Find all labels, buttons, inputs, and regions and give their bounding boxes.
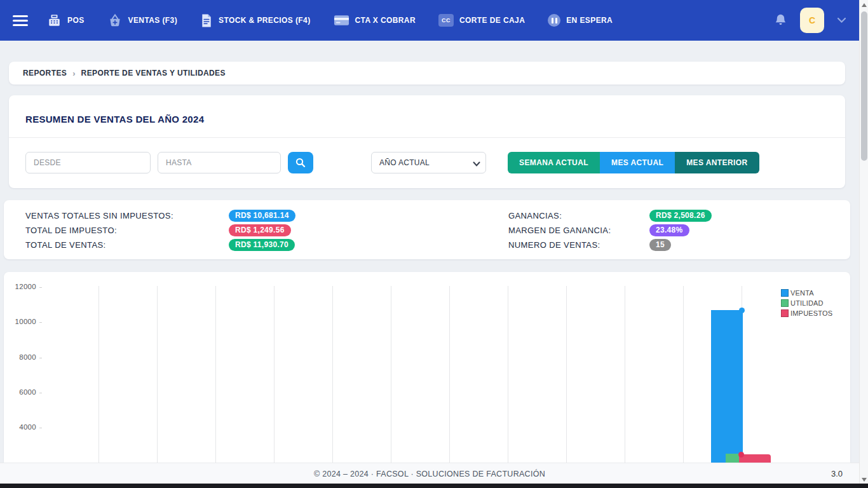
app-version: 3.0: [831, 469, 843, 478]
totals-right-column: GANANCIAS: RD$ 2,508.26 MARGEN DE GANANC…: [508, 208, 712, 252]
totals-left-column: VENTAS TOTALES SIN IMPUESTOS: RD$ 10,681…: [25, 208, 295, 252]
cc-badge-icon: CC: [438, 14, 454, 27]
gridline: [98, 286, 99, 463]
document-icon: [200, 13, 213, 28]
sales-chart: 1200010000800060004000 VENTA UTILIDAD IM…: [4, 272, 850, 463]
nav-item-label: VENTAS (F3): [128, 16, 178, 25]
scrollbar-thumb[interactable]: [861, 11, 867, 161]
stat-label: TOTAL DE IMPUESTO:: [25, 223, 229, 238]
window-bottom-edge: [0, 484, 868, 488]
nav-item-cta-x-cobrar[interactable]: CTA X COBRAR: [334, 14, 416, 27]
panel-title: RESUMEN DE VENTAS DEL AÑO 2024: [25, 114, 204, 125]
semana-actual-button[interactable]: SEMANA ACTUAL: [508, 152, 600, 173]
impuestos-swatch: [781, 309, 789, 317]
copyright-text: © 2024 – 2024 · FACSOL · SOLUCIONES DE F…: [0, 470, 859, 478]
search-icon: [295, 158, 306, 168]
period-select-wrap: AÑO ACTUAL: [371, 152, 486, 173]
stat-label: TOTAL DE VENTAS:: [25, 238, 229, 252]
utilidad-swatch: [781, 299, 789, 307]
breadcrumb: REPORTES › REPORTE DE VENTAS Y UTILIDADE…: [9, 62, 845, 85]
total-ventas-badge: RD$ 11,930.70: [229, 239, 295, 251]
gridline: [449, 286, 450, 463]
search-button[interactable]: [288, 152, 313, 173]
gridline: [274, 286, 275, 463]
margen-ganancia-badge: 23.48%: [649, 224, 689, 236]
date-from-input[interactable]: [25, 152, 151, 173]
y-axis-label: 8000: [8, 353, 36, 361]
notifications-bell-icon[interactable]: [774, 13, 787, 27]
period-select[interactable]: AÑO ACTUAL: [371, 152, 486, 173]
nav-item-label: STOCK & PRECIOS (F4): [219, 16, 310, 25]
stat-label: NUMERO DE VENTAS:: [508, 238, 649, 252]
basket-plus-icon: [107, 13, 123, 28]
pause-icon: [548, 14, 560, 27]
nav-item-pos[interactable]: POS: [47, 13, 85, 27]
y-axis-tick: [39, 393, 42, 393]
venta-bar[interactable]: [711, 310, 743, 463]
ganancias-badge: RD$ 2,508.26: [649, 210, 712, 222]
y-axis-tick: [39, 322, 42, 323]
mes-actual-button[interactable]: MES ACTUAL: [600, 152, 675, 173]
gridline: [157, 286, 158, 463]
nav-item-stock[interactable]: STOCK & PRECIOS (F4): [200, 13, 310, 28]
breadcrumb-current: REPORTE DE VENTAS Y UTILIDADES: [81, 69, 226, 78]
gridline: [332, 286, 333, 463]
y-axis-label: 6000: [8, 388, 36, 396]
stat-label: GANANCIAS:: [508, 208, 649, 223]
scroll-up-arrow-icon[interactable]: [862, 3, 867, 7]
sales-summary-panel: RESUMEN DE VENTAS DEL AÑO 2024 AÑO ACTUA…: [9, 95, 845, 188]
numero-ventas-badge: 15: [649, 239, 671, 251]
gridline: [566, 286, 567, 463]
nav-item-en-espera[interactable]: EN ESPERA: [548, 14, 613, 27]
utilidad-bar[interactable]: [726, 454, 739, 463]
venta-point-marker: [739, 308, 745, 313]
breadcrumb-reportes-link[interactable]: REPORTES: [23, 69, 67, 78]
legend-label: IMPUESTOS: [790, 309, 832, 317]
quick-period-button-group: SEMANA ACTUAL MES ACTUAL MES ANTERIOR: [508, 152, 759, 173]
legend-item-impuestos[interactable]: IMPUESTOS: [781, 309, 832, 317]
menu-toggle-icon[interactable]: [13, 15, 28, 26]
credit-card-icon: [334, 14, 349, 27]
mes-anterior-button[interactable]: MES ANTERIOR: [675, 152, 759, 173]
legend-item-venta[interactable]: VENTA: [781, 288, 832, 297]
date-to-input[interactable]: [158, 152, 281, 173]
y-axis-label: 10000: [8, 318, 36, 325]
divider: [9, 137, 845, 138]
vertical-scrollbar[interactable]: [859, 0, 868, 488]
chevron-down-icon[interactable]: [837, 17, 846, 24]
gridline: [683, 286, 684, 463]
nav-item-label: CORTE DE CAJA: [459, 16, 525, 25]
scroll-down-arrow-icon[interactable]: [862, 478, 867, 482]
avatar-letter: C: [809, 15, 815, 25]
legend-label: VENTA: [790, 289, 814, 297]
ventas-sin-impuestos-badge: RD$ 10,681.14: [229, 210, 295, 222]
total-impuesto-badge: RD$ 1,249.56: [229, 224, 291, 236]
nav-item-label: CTA X COBRAR: [355, 16, 416, 25]
y-axis-label: 12000: [8, 283, 36, 290]
y-axis-tick: [39, 428, 42, 428]
breadcrumb-separator: ›: [72, 69, 75, 78]
legend-label: UTILIDAD: [790, 299, 824, 307]
cash-register-icon: [47, 13, 62, 27]
nav-item-label: POS: [67, 16, 85, 25]
nav-item-ventas[interactable]: VENTAS (F3): [107, 13, 178, 28]
gridline: [215, 286, 216, 463]
gridline: [625, 286, 625, 463]
nav-item-corte-de-caja[interactable]: CC CORTE DE CAJA: [438, 14, 525, 27]
y-axis-tick: [39, 287, 42, 288]
y-axis-label: 4000: [8, 423, 36, 431]
top-nav: POS VENTAS (F3) STOCK & PRECIOS (F4) CTA…: [0, 0, 859, 41]
gridline: [391, 286, 391, 463]
nav-item-label: EN ESPERA: [566, 16, 613, 25]
legend-item-utilidad[interactable]: UTILIDAD: [781, 299, 832, 307]
venta-swatch: [781, 289, 789, 297]
avatar[interactable]: C: [800, 8, 824, 33]
y-axis-tick: [39, 358, 42, 358]
stat-label: VENTAS TOTALES SIN IMPUESTOS:: [25, 208, 229, 223]
chart-legend: VENTA UTILIDAD IMPUESTOS: [781, 288, 832, 317]
footer: © 2024 – 2024 · FACSOL · SOLUCIONES DE F…: [0, 463, 859, 484]
stat-label: MARGEN DE GANANCIA:: [508, 223, 649, 238]
totals-summary-card: VENTAS TOTALES SIN IMPUESTOS: RD$ 10,681…: [4, 200, 850, 259]
gridline: [508, 286, 508, 463]
nav-right-cluster: C: [774, 8, 846, 33]
